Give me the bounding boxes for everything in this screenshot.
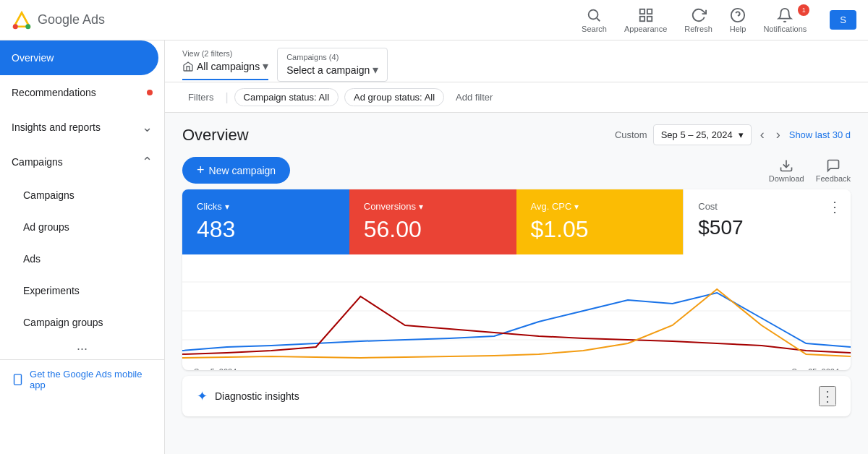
- campaigns-selector-label: Campaigns (4): [286, 53, 378, 61]
- avg-cpc-label: Avg. CPC: [531, 201, 572, 212]
- view-value: All campaigns: [197, 61, 260, 72]
- custom-label: Custom: [615, 129, 647, 140]
- conversions-dropdown-icon[interactable]: ▾: [419, 202, 423, 212]
- date-range-picker[interactable]: Sep 5 – 25, 2024 ▾: [653, 124, 752, 145]
- campaign-status-filter[interactable]: Campaign status: All: [234, 88, 339, 106]
- notifications-nav-button[interactable]: 1 Notifications: [763, 7, 807, 33]
- account-button[interactable]: S: [830, 10, 856, 30]
- help-icon: [730, 7, 746, 23]
- top-nav: Google Ads Search Appearance Refresh Hel…: [0, 0, 868, 40]
- clicks-value: 483: [197, 216, 335, 243]
- date-picker-chevron-icon: ▾: [739, 129, 744, 140]
- sidebar-subitem-ad-groups[interactable]: Ad groups: [12, 211, 164, 243]
- svg-line-4: [597, 18, 600, 21]
- home-icon: [182, 61, 194, 72]
- sidebar-item-overview-label: Overview: [12, 52, 54, 64]
- new-campaign-area: + New campaign Download Feedback: [165, 151, 868, 189]
- notifications-icon: [777, 7, 793, 23]
- main-content: View (2 filters) All campaigns ▾ Campaig…: [165, 40, 868, 454]
- download-icon: [779, 158, 793, 173]
- sidebar-subitem-experiments[interactable]: Experiments: [12, 275, 164, 307]
- feedback-button[interactable]: Feedback: [816, 158, 851, 183]
- nav-actions: Search Appearance Refresh Help 1 Notif: [582, 7, 856, 33]
- campaign-selector-row: View (2 filters) All campaigns ▾ Campaig…: [165, 40, 868, 82]
- sidebar-subitem-campaign-groups[interactable]: Campaign groups: [12, 307, 164, 338]
- filter-bar: Filters | Campaign status: All Ad group …: [165, 82, 868, 113]
- cost-label: Cost: [698, 201, 718, 212]
- sidebar-subitem-campaigns[interactable]: Campaigns: [12, 179, 164, 211]
- search-icon: [586, 7, 602, 23]
- svg-rect-8: [647, 16, 651, 20]
- download-button[interactable]: Download: [769, 158, 804, 183]
- campaigns-chevron-icon2: ▾: [373, 63, 378, 77]
- overview-header: Overview Custom Sep 5 – 25, 2024 ▾ ‹ › S…: [165, 113, 868, 151]
- avg-cpc-dropdown-icon[interactable]: ▾: [574, 202, 579, 212]
- sidebar-item-recommendations[interactable]: Recommendations: [0, 75, 164, 110]
- app-body: Overview Recommendations Insights and re…: [0, 40, 868, 454]
- chart-dates: Sep 5, 2024 Sep 25, 2024: [182, 364, 851, 370]
- sidebar: Overview Recommendations Insights and re…: [0, 40, 165, 454]
- campaigns-dropdown[interactable]: Campaigns (4) Select a campaign ▾: [277, 48, 388, 82]
- stats-more-button[interactable]: ⋮: [827, 198, 842, 215]
- clicks-label: Clicks: [197, 201, 222, 212]
- help-nav-button[interactable]: Help: [730, 7, 746, 33]
- mobile-app-icon: [12, 373, 24, 386]
- chart-start-date: Sep 5, 2024: [194, 367, 237, 370]
- diagnostic-insights-card: ✦ Diagnostic insights ⋮: [182, 376, 851, 416]
- add-filter-button[interactable]: Add filter: [450, 89, 498, 106]
- feedback-icon: [826, 158, 841, 173]
- download-label: Download: [769, 174, 804, 183]
- search-nav-button[interactable]: Search: [582, 7, 607, 33]
- sidebar-item-campaigns-header[interactable]: Campaigns ⌃: [0, 145, 164, 179]
- feedback-label: Feedback: [816, 174, 851, 183]
- sidebar-item-insights[interactable]: Insights and reports ⌄: [0, 110, 164, 145]
- avg-cpc-value: $1.05: [531, 216, 669, 243]
- conversions-label: Conversions: [364, 201, 416, 212]
- sidebar-subitem-ads[interactable]: Ads: [12, 243, 164, 275]
- sidebar-item-recommendations-label: Recommendations: [12, 87, 96, 98]
- new-campaign-button[interactable]: + New campaign: [182, 157, 290, 184]
- refresh-nav-button[interactable]: Refresh: [684, 7, 712, 33]
- app-title: Google Ads: [38, 12, 105, 27]
- avg-cpc-stat-card: Avg. CPC ▾ $1.05: [516, 189, 684, 254]
- view-chevron-icon: ▾: [263, 59, 268, 73]
- chart-area: Sep 5, 2024 Sep 25, 2024: [182, 254, 851, 370]
- svg-rect-7: [639, 16, 644, 20]
- campaigns-chevron-icon: ⌃: [142, 154, 153, 170]
- conversions-value: 56.00: [364, 216, 502, 243]
- date-range-value: Sep 5 – 25, 2024: [661, 129, 733, 140]
- campaigns-selector-value: Select a campaign: [286, 64, 370, 76]
- view-dropdown[interactable]: View (2 filters) All campaigns ▾: [182, 49, 268, 80]
- cost-value: $507: [698, 216, 836, 239]
- sidebar-scroll-indicator: ···: [0, 338, 164, 359]
- appearance-nav-button[interactable]: Appearance: [624, 7, 667, 33]
- chart-end-date: Sep 25, 2024: [792, 367, 839, 370]
- svg-point-2: [13, 24, 18, 29]
- chart-action-buttons: Download Feedback: [769, 158, 851, 183]
- clicks-dropdown-icon[interactable]: ▾: [225, 202, 229, 212]
- sidebar-subitems: Campaigns Ad groups Ads Experiments Camp…: [0, 179, 164, 338]
- stats-row: Clicks ▾ 483 Conversions ▾ 56.00 A: [182, 189, 851, 254]
- ad-group-status-filter[interactable]: Ad group status: All: [344, 88, 444, 106]
- filters-button[interactable]: Filters: [182, 89, 219, 106]
- sidebar-footer[interactable]: Get the Google Ads mobile app: [0, 359, 165, 399]
- notification-badge: 1: [798, 4, 809, 16]
- sidebar-item-overview[interactable]: Overview: [0, 40, 158, 75]
- sidebar-item-campaigns-label: Campaigns: [12, 156, 63, 168]
- logo-area: Google Ads: [12, 10, 582, 30]
- overview-title: Overview: [182, 126, 249, 145]
- stats-chart-card: Clicks ▾ 483 Conversions ▾ 56.00 A: [182, 189, 851, 370]
- cost-stat-card: Cost $507 ⋮: [683, 189, 851, 254]
- show-last-link[interactable]: Show last 30 d: [789, 129, 851, 140]
- sidebar-item-insights-label: Insights and reports: [12, 121, 101, 133]
- date-prev-button[interactable]: ‹: [757, 124, 767, 145]
- view-label: View (2 filters): [182, 49, 268, 58]
- svg-point-1: [25, 24, 30, 29]
- date-range-area: Custom Sep 5 – 25, 2024 ▾ ‹ › Show last …: [615, 124, 851, 145]
- diagnostic-icon: ✦: [197, 388, 208, 404]
- date-next-button[interactable]: ›: [773, 124, 783, 145]
- new-campaign-plus-icon: +: [197, 163, 205, 178]
- diagnostic-label: Diagnostic insights: [215, 390, 812, 402]
- svg-rect-6: [647, 9, 651, 13]
- diagnostic-more-button[interactable]: ⋮: [819, 386, 836, 406]
